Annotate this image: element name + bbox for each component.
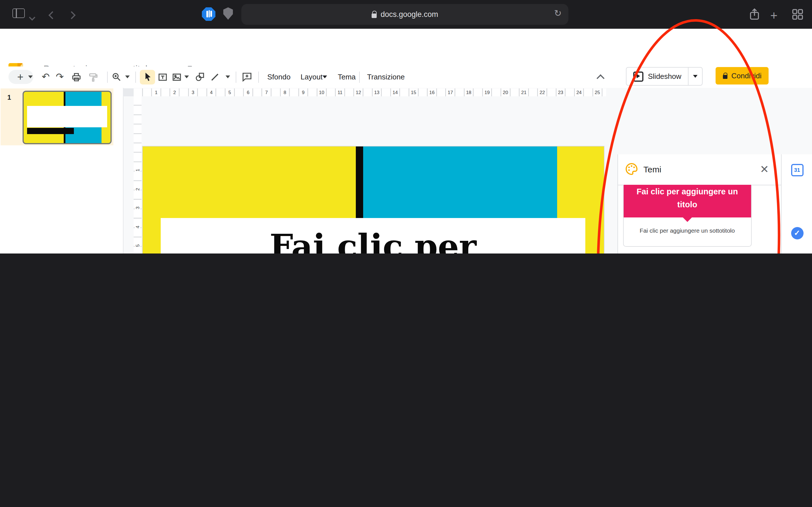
slideshow-dropdown[interactable] [688,68,702,85]
filmstrip-panel: 1 [0,88,123,253]
new-slide-button[interactable]: + [15,66,26,88]
writer-notch [683,217,692,222]
share-label: Condividi [731,71,762,80]
theme-button[interactable]: Tema [335,66,359,88]
transition-button[interactable]: Transizione [364,66,408,88]
theme-label-scrittore-moderno: Scrittore moderno [623,252,682,253]
new-tab-icon[interactable]: + [770,8,777,23]
image-caret-icon[interactable] [183,66,190,88]
zoom-icon[interactable] [110,66,122,88]
hide-menus-icon[interactable] [595,66,606,88]
writer-title-line1: Fai clic per aggiungere un [623,185,751,198]
slide-title-placeholder[interactable]: Fai clic per aggiungere un titolo [161,218,585,253]
share-button[interactable]: Condividi [716,67,769,84]
horizontal-ruler: 1234567891011121314151617181920212223242… [134,89,606,96]
theme-card-scrittore-moderno[interactable]: Fai clic per aggiungere un titolo Fai cl… [623,184,752,247]
slide-number: 1 [7,94,11,101]
layout-caret-icon[interactable] [321,66,328,88]
writer-subtitle: Fai clic per aggiungere un sottotitolo [623,227,751,234]
app-header: Presentazione senza titolo ☆ File Modifi… [0,29,812,66]
present-icon [633,71,644,81]
caret-down-icon [693,75,698,78]
tab-overview-icon[interactable] [792,9,803,22]
themes-scroll-area[interactable]: Fai clic per aggiungere un titolo Fai cl… [618,184,781,253]
vertical-ruler: 1234567891011121314 [134,96,142,253]
insert-line-icon[interactable] [209,66,220,88]
ruler-corner [123,89,134,96]
thumb-title-box [27,106,107,127]
content-blocker-icon[interactable] [202,7,215,21]
writer-title-line2: titolo [623,198,751,211]
toolbar: + ↶ ↷ [0,66,617,89]
line-caret-icon[interactable] [224,66,231,88]
slideshow-button-group: Slideshow [626,67,703,86]
palette-icon [625,163,638,175]
url-text: docs.google.com [380,10,438,18]
themes-header: Temi ✕ [618,154,781,185]
slideshow-label: Slideshow [648,72,681,80]
thumb-subtitle-bar [27,128,73,134]
toolbar-separator [236,71,236,82]
select-tool-icon[interactable] [142,66,153,88]
workspace: 1 12345678910111213141516171819202122232… [0,88,812,253]
slide-thumbnail[interactable] [22,91,112,144]
insert-image-icon[interactable] [171,66,182,88]
toolbar-separator [359,71,360,82]
redo-icon[interactable]: ↷ [54,66,65,88]
paint-format-icon[interactable] [87,66,99,88]
share-icon[interactable] [749,8,760,23]
close-icon[interactable]: ✕ [760,163,769,175]
zoom-caret-icon[interactable] [124,66,131,88]
themes-panel: Temi ✕ Fai clic per aggiungere un titolo… [617,154,781,253]
writer-pink-header: Fai clic per aggiungere un titolo [623,184,751,217]
slide-canvas[interactable]: Fai clic per aggiungere un titolo Fai cl… [142,146,604,253]
reload-icon[interactable]: ↻ [554,8,562,18]
browser-forward-icon[interactable] [69,10,74,20]
google-apps-rail: 31 ✓ + [781,154,812,253]
print-icon[interactable] [70,66,82,88]
toolbar-separator [135,71,136,82]
text-box-icon[interactable] [157,66,168,88]
new-slide-caret-icon[interactable] [27,66,34,88]
chevron-down-icon[interactable] [30,12,35,22]
background-button[interactable]: Sfondo [264,66,294,88]
themes-title: Temi [644,164,661,174]
toolbar-separator [107,71,108,82]
lock-icon [371,13,377,18]
insert-comment-icon[interactable] [241,66,253,88]
calendar-icon[interactable]: 31 [791,164,803,176]
address-bar[interactable]: docs.google.com ↻ [241,4,568,25]
insert-shape-icon[interactable] [194,66,205,88]
share-lock-icon [723,75,727,79]
screen: docs.google.com ↻ + Presentazione senza … [0,0,812,253]
undo-icon[interactable]: ↶ [40,66,51,88]
toolbar-separator [258,71,259,82]
browser-back-icon[interactable] [50,10,55,20]
slideshow-button[interactable]: Slideshow [626,68,688,85]
slide-title-line1: Fai clic per [161,222,585,253]
tasks-icon[interactable]: ✓ [791,227,803,239]
privacy-shield-icon[interactable] [223,7,233,20]
browser-titlebar: docs.google.com ↻ + [0,0,812,29]
browser-sidebar-icon[interactable] [12,8,25,18]
